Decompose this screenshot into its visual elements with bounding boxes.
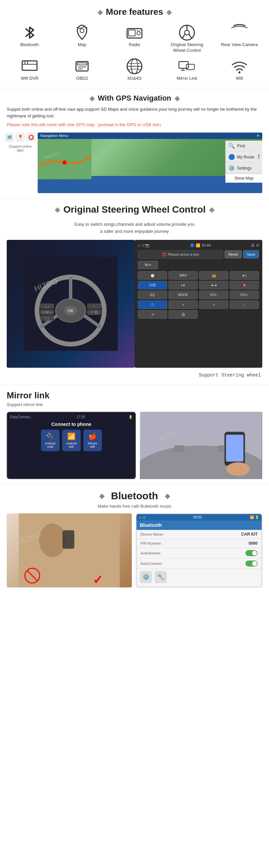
steering-content: HIZPO OK: [7, 240, 262, 368]
ui-rec-btn[interactable]: 📻: [199, 271, 228, 280]
ui-volplus-btn[interactable]: VOL+: [230, 291, 259, 299]
feature-wifidvr-label: Wifi DVR: [21, 76, 39, 82]
mirror-android-wifi[interactable]: 📶 Android Wifi: [62, 430, 81, 451]
ui-save-btn[interactable]: Save: [243, 250, 259, 258]
feature-rearview-label: Rear View Camera: [221, 42, 258, 48]
steering-photo: HIZPO OK: [7, 240, 135, 368]
gps-apps: 🗺️ 📍 ⭕ (Support online app): [7, 132, 34, 152]
gps-description: Suppot both online and off-line navi app…: [7, 106, 262, 120]
feature-radio: Radio: [113, 23, 156, 48]
svg-line-5: [139, 30, 140, 31]
ui-icons: ☰ ↺: [251, 243, 259, 248]
ui-refresh-btn[interactable]: ↺: [138, 310, 167, 319]
bt-gear-icon[interactable]: 🔧: [155, 571, 167, 583]
ui-mute2-btn[interactable]: 🔇: [230, 281, 259, 289]
mirror-options: 🔌 Android USB 📶 Android Wifi 🍎 iPhone Wi…: [10, 430, 133, 451]
ui-navi-btn[interactable]: ⬤: [138, 271, 167, 280]
feature-bluetooth-label: Bluetooth: [21, 42, 39, 48]
gps-apps-label: (Support online app): [7, 145, 34, 152]
svg-rect-11: [22, 61, 37, 70]
gps-content: 🗺️ 📍 ⭕ (Support online app) Navigation M…: [7, 132, 262, 193]
diamond-right-1: ◈: [166, 8, 171, 16]
gps-diamond-right: ◈: [174, 94, 179, 102]
gps-settings[interactable]: ⚙️ Settings: [226, 163, 262, 174]
gps-diamond-left: ◈: [90, 94, 95, 102]
feature-rearview: Rear View Camera: [217, 23, 261, 48]
gps-screenshot: Navigation Menu ✕ HIZPO: [38, 132, 262, 193]
ui-mute-btn[interactable]: M/✕: [138, 261, 158, 269]
ui-fwd-btn[interactable]: »: [199, 301, 228, 309]
bluetooth-images: HIZPO ✓ ⌂ ◁ 00:03 📶 🔋 Bluetooth: [7, 514, 262, 587]
bt-settings-icon[interactable]: ⚙️: [140, 571, 152, 583]
feature-steering: Original SteeringWheel Control: [165, 23, 209, 54]
ui-key-row: ⭕ Please press a key Reset Save: [138, 250, 259, 259]
gps-app-icon-2: 📍: [15, 132, 25, 142]
ui-back2-btn[interactable]: «: [168, 301, 198, 309]
ui-please-key: ⭕ Please press a key: [138, 250, 223, 259]
ui-next-btn[interactable]: ►|: [230, 271, 259, 280]
mirror-car-photo: HIZPO: [140, 412, 262, 479]
mirror-desc: Support mirror-link: [7, 402, 262, 407]
svg-rect-56: [63, 530, 74, 549]
gps-showmap[interactable]: Show Map: [226, 174, 262, 183]
bt-screen-topbar: ⌂ ◁ 00:03 📶 🔋: [136, 514, 262, 521]
ui-reset-btn[interactable]: Reset: [225, 250, 242, 258]
gps-section: ◈ With GPS Navigation ◈ Suppot both onli…: [0, 89, 269, 199]
ui-power-btn[interactable]: ⏻: [168, 310, 198, 319]
gps-menu: 🔍 Find 🔵 My Route f ⚙️ Settings Show Map: [225, 141, 262, 183]
svg-text:△ △: △ △: [44, 305, 50, 308]
gps-find[interactable]: 🔍 Find: [226, 141, 262, 151]
mirror-android-usb[interactable]: 🔌 Android USB: [41, 430, 60, 451]
bt-auto-answer-toggle[interactable]: [245, 550, 258, 556]
svg-point-53: [226, 462, 250, 476]
bt-auto-connect-toggle[interactable]: [245, 560, 258, 566]
ui-nav-btn[interactable]: NAVI: [168, 271, 198, 280]
svg-text:OK: OK: [68, 309, 74, 313]
ui-eq-btn[interactable]: EQ: [138, 291, 167, 299]
svg-text:+ -: + -: [93, 305, 96, 308]
gps-title: ◈ With GPS Navigation ◈: [7, 94, 262, 103]
usb-icon: 🔌: [43, 432, 58, 440]
feature-map: Map: [60, 23, 104, 48]
steering-diamond-right: ◈: [209, 206, 214, 214]
more-features-section: ◈ More features ◈ Bluetooth Map: [0, 0, 269, 89]
svg-text:◁ OK ▷: ◁ OK ▷: [42, 311, 53, 314]
bt-icons-row: ⚙️ 🔧: [136, 569, 262, 585]
mirror-iphone-wifi[interactable]: 🍎 iPhone Wifi: [83, 430, 102, 451]
svg-rect-54: [19, 514, 120, 587]
feature-3g4g-label: 3G&4G: [127, 76, 141, 82]
ui-prev-btn[interactable]: |◄: [168, 281, 198, 289]
svg-rect-16: [77, 63, 87, 65]
ui-back-btn[interactable]: ◄◄: [199, 281, 228, 289]
rearview-camera-icon: [230, 23, 249, 42]
svg-rect-22: [179, 62, 188, 68]
svg-line-4: [137, 30, 138, 31]
svg-line-10: [189, 34, 192, 39]
bluetooth-desc: Make hands free call/ Buletooth music: [7, 504, 262, 509]
ui-mode-btn[interactable]: MODE: [168, 291, 198, 299]
mirror-link-icon: [177, 57, 196, 76]
mirror-topbar: EasyConnect... 17:30 🔋: [10, 415, 133, 419]
svg-rect-27: [38, 139, 92, 179]
features-row-2: Wifi DVR OBD2: [3, 57, 266, 82]
gps-myroute[interactable]: 🔵 My Route f: [226, 151, 262, 163]
feature-wifidvr: Wifi DVR: [8, 57, 52, 82]
ui-lud-btn[interactable]: LUD: [138, 281, 167, 289]
ui-home-btn[interactable]: ⌂: [230, 301, 259, 309]
ui-bt-btn[interactable]: 🔵: [138, 301, 167, 309]
wifi-hand-icon: 📶: [64, 432, 79, 440]
bluetooth-title: ◆ Bluetooth ◆: [7, 490, 262, 502]
bluetooth-icon: [20, 23, 39, 42]
svg-point-7: [184, 30, 189, 35]
svg-point-26: [238, 71, 240, 73]
bt-screen-title: Bluetooth: [136, 521, 262, 530]
map-icon: [73, 23, 92, 42]
gps-app-icons: 🗺️ 📍 ⭕: [5, 132, 36, 142]
gps-app-icon-3: ⭕: [26, 132, 36, 142]
bt-diamond-right: ◆: [165, 492, 170, 500]
ui-volminus-btn[interactable]: VOL-: [199, 291, 228, 299]
bt-auto-answer-row: AutoAnswer: [136, 548, 262, 558]
svg-rect-52: [226, 435, 243, 462]
feature-3g4g: 3G&4G: [113, 57, 156, 82]
feature-radio-label: Radio: [129, 42, 140, 48]
